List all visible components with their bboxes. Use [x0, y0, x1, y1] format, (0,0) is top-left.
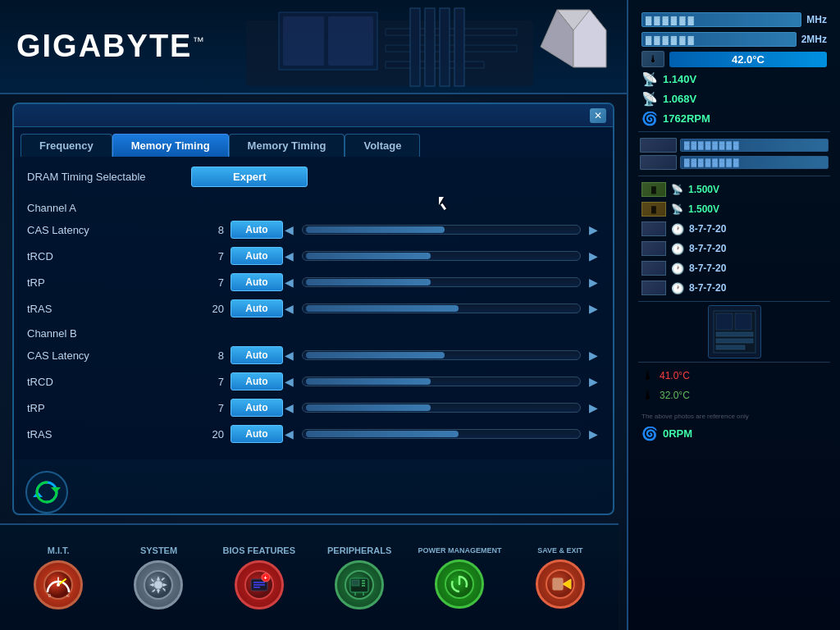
trcd-a-arrow-left[interactable]: ◀: [285, 249, 294, 262]
cas-latency-a-auto-btn[interactable]: Auto: [231, 221, 283, 239]
svg-rect-10: [454, 8, 464, 86]
trp-a-arrow-right[interactable]: ▶: [589, 276, 598, 289]
nav-item-save-exit[interactable]: SAVE & EXIT: [510, 546, 610, 609]
trcd-a-slider[interactable]: [302, 251, 581, 261]
trcd-b-auto-btn[interactable]: Auto: [231, 372, 283, 390]
ref-note-text: The above photos are reference only: [641, 413, 749, 420]
svg-rect-4: [386, 29, 517, 35]
tras-a-arrow-right[interactable]: ▶: [589, 302, 598, 315]
trcd-b-arrow-right[interactable]: ▶: [589, 375, 598, 388]
trp-b-auto-btn[interactable]: Auto: [231, 399, 283, 417]
trcd-a-fill: [306, 253, 431, 259]
logo-text: GIGABYTE: [16, 29, 192, 63]
refresh-button[interactable]: [25, 470, 70, 515]
mem-row-1: ▓▓▓▓▓▓▓▓: [640, 138, 829, 153]
cas-latency-b-row: CAS Latency 8 Auto ◀ ▶: [27, 346, 600, 364]
3d-cube: [532, 2, 614, 95]
trp-a-fill: [306, 279, 431, 285]
fan-row-1: 🌀 1762RPM: [638, 108, 830, 128]
trcd-b-arrow-left[interactable]: ◀: [285, 375, 294, 388]
nav-mit-label: M.I.T.: [48, 546, 70, 555]
trcd-a-auto-btn[interactable]: Auto: [231, 247, 283, 265]
fan-icon-2: 🌀: [641, 426, 658, 441]
tras-b-label: tRAS: [27, 428, 191, 441]
tab-memory-timing-2[interactable]: Memory Timing: [229, 134, 345, 157]
clock-icon-3: 🕐: [671, 262, 684, 275]
cas-latency-a-arrow-right[interactable]: ▶: [589, 223, 598, 236]
tras-a-arrow-left[interactable]: ◀: [285, 302, 294, 315]
nav-exit-label: SAVE & EXIT: [537, 546, 582, 555]
trp-a-value: 7: [191, 276, 224, 289]
dram-timing-label: DRAM Timing Selectable: [27, 171, 191, 183]
dram-timing-row: DRAM Timing Selectable Expert: [27, 165, 600, 189]
svg-rect-8: [425, 8, 435, 86]
mem-bar-fill-2: ▓▓▓▓▓▓▓▓: [680, 156, 829, 169]
antenna-icon-3: 📡: [671, 184, 683, 195]
tab-frequency[interactable]: Frequency: [21, 134, 112, 157]
tras-b-value: 20: [191, 428, 224, 441]
trp-a-label: tRP: [27, 276, 191, 289]
nav-item-bios-features[interactable]: BIOS FEATURES +: [209, 546, 309, 609]
nav-item-peripherals[interactable]: PERIPHERALS: [309, 546, 409, 609]
nav-peripherals-icon: [335, 560, 384, 609]
tab-memory-timing-1[interactable]: Memory Timing: [112, 134, 229, 157]
voltage-value-4: 1.500V: [688, 203, 719, 215]
tras-b-slider[interactable]: [302, 429, 581, 439]
trp-b-slider[interactable]: [302, 403, 581, 413]
fan-row-2: 🌀 0RPM: [638, 423, 830, 443]
channel-a-header: Channel A: [27, 200, 600, 216]
svg-rect-9: [440, 8, 450, 86]
trp-b-arrow-right[interactable]: ▶: [589, 401, 598, 414]
tras-a-auto-btn[interactable]: Auto: [231, 299, 283, 317]
timing-row-2: 🕐 8-7-7-20: [638, 239, 830, 258]
timing-row-1: 🕐 8-7-7-20: [638, 219, 830, 239]
voltage-timing-row-2: ▓ 📡 1.500V: [638, 199, 830, 219]
trp-b-arrow-left[interactable]: ◀: [285, 401, 294, 414]
right-panel-content: ▓▓▓▓▓▓ MHz ▓▓▓▓▓▓ 2MHz 🌡 42.0°C 📡 1.140V…: [633, 7, 835, 446]
nav-power-icon: [435, 559, 484, 609]
nav-item-power[interactable]: POWER MANAGEMENT: [409, 546, 509, 609]
tras-b-arrow-right[interactable]: ▶: [589, 427, 598, 441]
nav-item-mit[interactable]: M.I.T. 0 ∞: [8, 546, 108, 609]
mem-voltage-icon-2: ▓: [641, 202, 666, 217]
panel-close-button[interactable]: ✕: [590, 108, 606, 123]
tras-a-fill: [306, 305, 459, 312]
trp-a-slider[interactable]: [302, 277, 581, 287]
cas-latency-b-fill: [306, 352, 445, 358]
tras-a-label: tRAS: [27, 303, 191, 315]
cas-latency-b-slider[interactable]: [302, 350, 581, 360]
dram-expert-button[interactable]: Expert: [191, 167, 308, 187]
nav-item-system[interactable]: SYSTEM: [108, 546, 208, 609]
mem-bar-text-1: ▓▓▓▓▓▓▓▓: [684, 141, 741, 149]
nav-system-icon: [134, 560, 183, 609]
cas-latency-b-auto-btn[interactable]: Auto: [231, 346, 283, 364]
cas-latency-a-arrow-left[interactable]: ◀: [285, 223, 294, 236]
bios-panel: ✕ Frequency Memory Timing Memory Timing …: [12, 103, 614, 515]
timing-row-4: 🕐 8-7-7-20: [638, 278, 830, 298]
voltage-row-1: 📡 1.140V: [638, 69, 830, 89]
tras-b-auto-btn[interactable]: Auto: [231, 425, 283, 443]
freq-mhz-1: MHz: [806, 14, 827, 25]
tras-b-arrow-left[interactable]: ◀: [285, 427, 294, 441]
ram-icon-2: [640, 155, 677, 170]
svg-point-30: [154, 581, 162, 589]
cas-latency-b-label: CAS Latency: [27, 349, 191, 362]
trcd-b-row: tRCD 7 Auto ◀ ▶: [27, 372, 600, 390]
svg-rect-5: [386, 45, 517, 52]
cas-latency-b-arrow-left[interactable]: ◀: [285, 349, 294, 362]
tras-a-slider[interactable]: [302, 304, 581, 313]
trp-a-auto-btn[interactable]: Auto: [231, 273, 283, 291]
trcd-a-row: tRCD 7 Auto ◀ ▶: [27, 247, 600, 265]
cas-latency-b-arrow-right[interactable]: ▶: [589, 349, 598, 362]
cas-latency-a-slider[interactable]: [302, 225, 581, 235]
trcd-a-arrow-right[interactable]: ▶: [589, 249, 598, 262]
separator-2: [638, 176, 830, 176]
svg-text:∞: ∞: [66, 593, 70, 598]
trp-a-row: tRP 7 Auto ◀ ▶: [27, 273, 600, 291]
trp-a-arrow-left[interactable]: ◀: [285, 276, 294, 289]
mem-row-2: ▓▓▓▓▓▓▓▓: [640, 155, 829, 170]
trcd-b-slider[interactable]: [302, 377, 581, 386]
voltage-value-1: 1.140V: [663, 73, 696, 85]
svg-rect-7: [410, 8, 420, 86]
tab-voltage[interactable]: Voltage: [345, 134, 420, 157]
